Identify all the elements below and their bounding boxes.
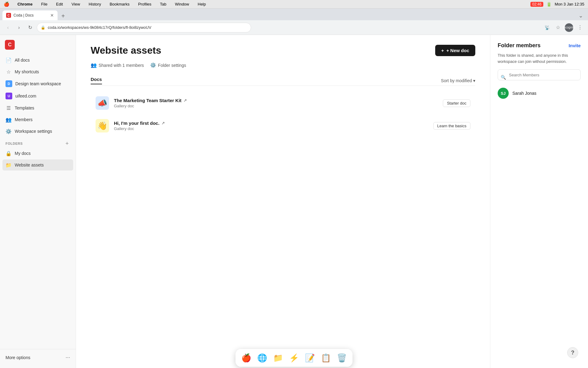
more-options-dots-icon: ··· <box>66 354 70 361</box>
doc-external-link-icon-marketing[interactable]: ↗ <box>183 98 187 103</box>
dock-trash-icon[interactable]: 🗑️ <box>335 351 349 365</box>
reload-button[interactable]: ↻ <box>26 23 34 32</box>
sidebar-label-uifeed: uifeed.com <box>15 94 36 98</box>
website-assets-icon: 📁 <box>6 162 12 168</box>
doc-item[interactable]: 👋 Hi, I'm your first doc. ↗ Gallery doc … <box>91 115 475 137</box>
docs-tab[interactable]: Docs <box>91 77 102 84</box>
sidebar-item-my-docs[interactable]: 🔒 My docs <box>2 148 73 159</box>
doc-info-marketing: The Marketing Team Starter Kit ↗ Gallery… <box>114 98 438 108</box>
dock-chrome-icon[interactable]: 🌐 <box>255 351 269 365</box>
sidebar-item-members[interactable]: 👥 Members <box>2 114 73 125</box>
dock-lightning-icon[interactable]: ⚡ <box>287 351 301 365</box>
mac-dock: 🍎 🌐 📁 ⚡ 📝 📋 🗑️ <box>236 349 352 367</box>
tab-strip-expand-icon[interactable]: ⌄ <box>576 12 586 19</box>
back-button[interactable]: ‹ <box>4 23 12 32</box>
sidebar-label-my-shortcuts: My shortcuts <box>15 69 39 74</box>
shared-icon: 👥 <box>91 62 97 68</box>
doc-subtitle-first-doc: Gallery doc <box>114 126 428 131</box>
app-container: C 📄 All docs ☆ My shortcuts D Design tea… <box>0 35 588 368</box>
sidebar-logo: C <box>0 40 76 55</box>
menu-tab[interactable]: Tab <box>158 1 168 7</box>
doc-subtitle-marketing: Gallery doc <box>114 104 438 108</box>
member-search-input[interactable] <box>498 69 581 80</box>
mac-time: Mon 3 Jan 12:35 <box>555 2 584 6</box>
doc-emoji-marketing: 📣 <box>96 96 109 110</box>
menu-history[interactable]: History <box>87 1 103 7</box>
member-search-wrapper: 🔍 <box>498 69 581 85</box>
sort-button[interactable]: Sort by modified ▾ <box>441 78 475 83</box>
mac-menubar: 🍎 Chrome File Edit View History Bookmark… <box>0 0 588 9</box>
shortcuts-icon: ☆ <box>6 69 12 75</box>
menu-file[interactable]: File <box>39 1 49 7</box>
panel-description: This folder is shared, and anyone in thi… <box>498 52 581 64</box>
sidebar-item-website-assets[interactable]: 📁 Website assets <box>2 159 73 171</box>
folder-meta: 👥 Shared with 1 members ⚙️ Folder settin… <box>91 62 475 68</box>
doc-external-link-icon-first-doc[interactable]: ↗ <box>161 121 165 125</box>
chrome-tab[interactable]: C Coda | Docs ✕ <box>2 10 58 20</box>
help-button[interactable]: ? <box>567 347 578 358</box>
new-doc-label: + New doc <box>446 48 469 53</box>
menu-chrome[interactable]: Chrome <box>16 1 34 7</box>
docs-section-header: Docs Sort by modified ▾ <box>91 77 475 84</box>
apple-logo-icon[interactable]: 🍎 <box>4 2 9 7</box>
chrome-menu-icon[interactable]: ⋮ <box>576 23 584 32</box>
incognito-label: Incognito <box>563 26 575 29</box>
folder-settings-meta[interactable]: ⚙️ Folder settings <box>150 62 186 68</box>
sort-chevron-icon: ▾ <box>473 78 475 83</box>
menu-view[interactable]: View <box>70 1 82 7</box>
doc-info-first-doc: Hi, I'm your first doc. ↗ Gallery doc <box>114 121 428 131</box>
doc-badge-marketing: Starter doc <box>443 99 470 107</box>
sidebar-label-design-team: Design team workspace <box>15 81 61 86</box>
all-docs-icon: 📄 <box>6 57 12 63</box>
dock-file-icon[interactable]: 📋 <box>319 351 333 365</box>
more-options-row[interactable]: More options ··· <box>2 352 73 363</box>
tab-close-icon[interactable]: ✕ <box>50 13 54 18</box>
dock-notes-icon[interactable]: 📝 <box>303 351 317 365</box>
tab-favicon: C <box>6 13 11 18</box>
my-docs-icon: 🔒 <box>6 150 12 156</box>
sort-label: Sort by modified <box>441 78 472 83</box>
menu-window[interactable]: Window <box>173 1 191 7</box>
menu-help[interactable]: Help <box>196 1 208 7</box>
lock-icon: 🔒 <box>41 25 45 30</box>
wifi-icon: 🔋 <box>546 2 552 7</box>
doc-item[interactable]: 📣 The Marketing Team Starter Kit ↗ Galle… <box>91 92 475 114</box>
add-folder-button[interactable]: + <box>64 140 70 147</box>
shared-with-meta[interactable]: 👥 Shared with 1 members <box>91 62 144 68</box>
coda-logo[interactable]: C <box>5 40 15 50</box>
sidebar-item-workspace-settings[interactable]: ⚙️ Workspace settings <box>2 126 73 137</box>
sidebar-item-all-docs[interactable]: 📄 All docs <box>2 55 73 66</box>
sidebar-label-members: Members <box>15 117 32 122</box>
cast-icon[interactable]: 📡 <box>543 23 551 32</box>
more-options-label: More options <box>6 355 30 360</box>
tab-title: Coda | Docs <box>13 13 48 17</box>
doc-title-marketing: The Marketing Team Starter Kit <box>114 98 182 103</box>
new-doc-button[interactable]: + + New doc <box>435 45 475 56</box>
doc-emoji-first-doc: 👋 <box>96 119 109 132</box>
right-panel: Folder members Invite This folder is sha… <box>490 35 588 368</box>
member-item: SJ Sarah Jonas <box>498 85 581 101</box>
dock-finder-icon[interactable]: 🍎 <box>239 351 253 365</box>
folders-label: FOLDERS <box>6 142 23 145</box>
address-bar[interactable]: 🔒 coda.io/workspaces/ws-9k084c17rQ/folde… <box>37 23 251 33</box>
dock-finder-folder-icon[interactable]: 📁 <box>271 351 285 365</box>
menu-profiles[interactable]: Profiles <box>136 1 153 7</box>
doc-title-first-doc: Hi, I'm your first doc. <box>114 121 160 126</box>
chrome-tabbar: C Coda | Docs ✕ + ⌄ <box>0 9 588 20</box>
bookmark-icon[interactable]: ☆ <box>554 23 562 32</box>
sidebar-item-design-team[interactable]: D Design team workspace <box>2 78 73 90</box>
menu-edit[interactable]: Edit <box>54 1 65 7</box>
doc-badge-first-doc: Learn the basics <box>433 122 470 130</box>
new-tab-button[interactable]: + <box>59 12 67 20</box>
menu-bookmarks[interactable]: Bookmarks <box>108 1 131 7</box>
invite-button[interactable]: Invite <box>569 43 581 48</box>
sidebar-item-templates[interactable]: ☰ Templates <box>2 102 73 113</box>
url-text: coda.io/workspaces/ws-9k084c17rQ/folders… <box>48 25 247 30</box>
sidebar-label-templates: Templates <box>15 105 34 110</box>
sidebar-item-my-shortcuts[interactable]: ☆ My shortcuts <box>2 66 73 77</box>
sidebar-item-uifeed[interactable]: U uifeed.com <box>2 90 73 102</box>
forward-button[interactable]: › <box>15 23 23 32</box>
incognito-profile-button[interactable]: Incognito <box>565 23 573 32</box>
docs-divider <box>91 86 475 86</box>
sidebar-label-my-docs: My docs <box>15 151 31 156</box>
